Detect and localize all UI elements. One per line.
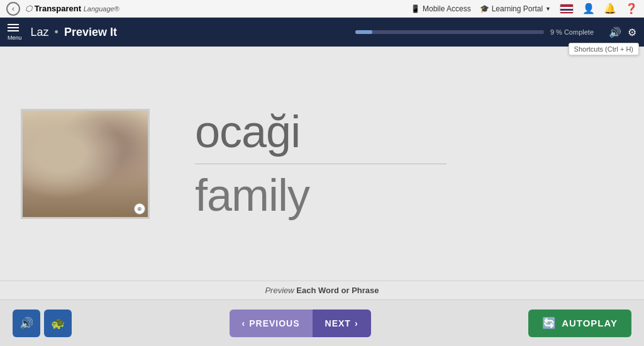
menu-line-2: [8, 27, 19, 28]
next-label: NEXT: [325, 318, 351, 328]
sound-button[interactable]: 🔊: [13, 310, 40, 337]
chevron-down-icon: ▼: [545, 6, 551, 12]
portal-icon: 🎓: [480, 4, 489, 13]
user-icon-button[interactable]: 👤: [582, 3, 595, 14]
shortcuts-label: Shortcuts (Ctrl + H): [574, 45, 633, 53]
progress-bar: [355, 30, 544, 34]
text-panel: ocaği family: [170, 59, 625, 268]
family-photo: ⊕: [21, 109, 150, 219]
logo-brand: Transparent: [35, 4, 81, 13]
turtle-icon: 🐢: [51, 316, 65, 330]
mobile-access-label: Mobile Access: [423, 4, 471, 13]
mobile-icon: 📱: [411, 4, 420, 13]
mobile-access-link[interactable]: 📱 Mobile Access: [411, 4, 471, 13]
top-nav-right: 📱 Mobile Access 🎓 Learning Portal ▼ 👤 🔔 …: [411, 3, 638, 14]
course-name: Laz: [31, 26, 49, 38]
footer-left-buttons: 🔊 🐢: [13, 310, 72, 337]
preview-label: Preview Each Word or Phrase: [265, 286, 379, 295]
progress-bar-fill: [355, 30, 372, 34]
image-panel: ⊕: [19, 59, 151, 268]
menu-line-3: [8, 30, 19, 31]
next-button[interactable]: NEXT ›: [313, 310, 371, 337]
preview-rest: Each Word or Phrase: [296, 286, 379, 295]
lesson-title: Laz • Preview It: [31, 26, 117, 39]
photo-badge-icon: ⊕: [134, 203, 145, 215]
chevron-left-icon: ‹: [242, 318, 246, 328]
preview-prefix: Preview: [265, 286, 296, 295]
language-flag-icon[interactable]: [560, 4, 574, 14]
autoplay-icon: 🔄: [542, 316, 557, 330]
menu-line-1: [8, 24, 19, 25]
learning-portal-link[interactable]: 🎓 Learning Portal ▼: [480, 4, 551, 13]
learning-portal-label: Learning Portal: [492, 4, 543, 13]
app-logo: ⬡ Transparent Language®: [25, 4, 119, 13]
lesson-name: Preview It: [64, 26, 117, 38]
back-button[interactable]: ‹: [6, 2, 20, 16]
bottom-strip: Preview Each Word or Phrase: [0, 281, 644, 299]
bell-icon: 🔔: [604, 3, 616, 14]
foreign-word: ocaği: [195, 107, 300, 157]
lesson-bar-icons: 🔊 ⚙: [609, 26, 636, 38]
navigation-buttons: ‹ PREVIOUS NEXT ›: [230, 310, 371, 337]
progress-container: 9 % Complete: [126, 28, 600, 36]
autoplay-label: AUTOPLAY: [562, 318, 618, 328]
volume-button[interactable]: 🔊: [609, 26, 621, 38]
main-content: ⊕ ocaği family: [0, 47, 644, 281]
logo-suffix: Language®: [84, 5, 119, 13]
help-button[interactable]: ❓: [625, 3, 638, 14]
title-separator: •: [55, 26, 58, 38]
settings-button[interactable]: ⚙: [628, 26, 636, 38]
autoplay-button[interactable]: 🔄 AUTOPLAY: [528, 310, 631, 337]
lesson-bar: Menu Laz • Preview It 9 % Complete 🔊 ⚙: [0, 18, 644, 47]
top-nav-left: ‹ ⬡ Transparent Language®: [6, 2, 119, 16]
menu-button[interactable]: Menu: [8, 24, 22, 41]
footer-right-buttons: 🔄 AUTOPLAY: [528, 310, 631, 337]
previous-label: PREVIOUS: [249, 318, 299, 328]
logo-icon: ⬡: [25, 4, 32, 13]
footer-controls: 🔊 🐢 ‹ PREVIOUS NEXT › 🔄 AUTOPLAY: [0, 299, 644, 346]
notifications-button[interactable]: 🔔: [604, 3, 616, 14]
previous-button[interactable]: ‹ PREVIOUS: [230, 310, 313, 337]
slow-speed-button[interactable]: 🐢: [44, 310, 72, 337]
shortcuts-tooltip: Shortcuts (Ctrl + H): [569, 43, 639, 55]
progress-text: 9 % Complete: [550, 28, 594, 36]
word-divider: [195, 164, 447, 164]
help-icon: ❓: [625, 3, 638, 14]
menu-label: Menu: [8, 35, 22, 41]
user-icon: 👤: [582, 3, 595, 14]
chevron-right-icon: ›: [355, 318, 358, 328]
top-nav-bar: ‹ ⬡ Transparent Language® 📱 Mobile Acces…: [0, 0, 644, 18]
english-word: family: [195, 170, 309, 220]
speaker-icon: 🔊: [19, 316, 33, 330]
